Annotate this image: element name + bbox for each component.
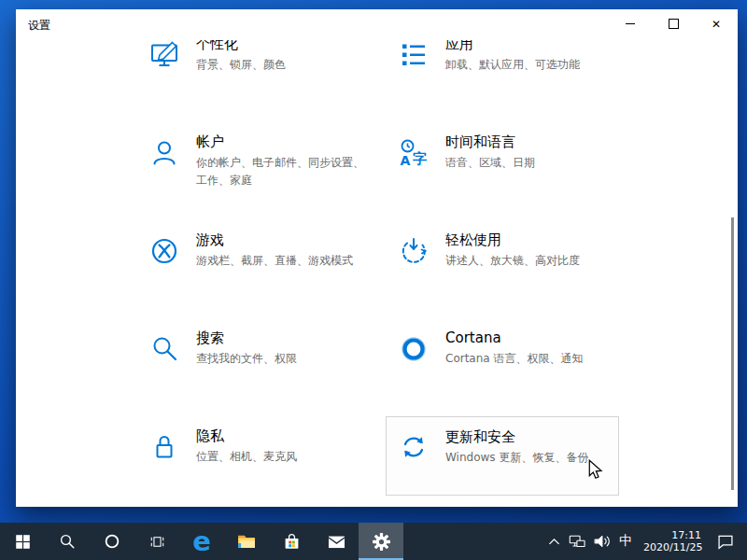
tile-title: Cortana (445, 328, 615, 348)
system-tray: 中 17:11 2020/11/25 (543, 523, 741, 560)
search-icon (149, 334, 179, 364)
mail-icon (327, 532, 346, 552)
tile-ease-of-access[interactable]: 轻松使用 讲述人、放大镜、高对比度 (386, 220, 619, 300)
taskbar: e (0, 523, 747, 560)
xbox-icon (149, 236, 179, 266)
tile-subtitle: 位置、相机、麦克风 (196, 448, 366, 466)
minimize-icon (626, 23, 635, 24)
tile-title: 个性化 (196, 40, 366, 54)
tile-subtitle: 查找我的文件、权限 (196, 350, 366, 368)
tile-title: 轻松使用 (445, 230, 615, 250)
lock-icon (149, 432, 179, 462)
windows-logo-icon (15, 534, 31, 550)
tile-subtitle: 游戏栏、截屏、直播、游戏模式 (196, 252, 366, 270)
maximize-button[interactable] (652, 9, 695, 38)
tile-cortana[interactable]: Cortana Cortana 语言、权限、通知 (386, 318, 619, 398)
network-tray-button[interactable] (565, 523, 590, 560)
tile-personalization[interactable]: 个性化 背景、锁屏、颜色 (136, 40, 370, 104)
settings-grid-viewport: 个性化 背景、锁屏、颜色 应用 卸载、默认应用、可选功能 帐户 (16, 40, 738, 507)
tile-time-language[interactable]: A 字 时间和语言 语音、区域、日期 (386, 122, 619, 202)
mouse-cursor (586, 459, 605, 480)
settings-button[interactable] (359, 523, 403, 560)
action-center-icon (717, 534, 734, 550)
clock-time: 17:11 (643, 529, 701, 541)
mail-button[interactable] (314, 523, 359, 560)
cortana-icon (104, 533, 120, 550)
tile-title: 更新和安全 (445, 427, 615, 447)
time-language-icon: A 字 (399, 138, 429, 168)
task-view-button[interactable] (134, 523, 179, 560)
tile-subtitle: 讲述人、放大镜、高对比度 (445, 252, 615, 270)
task-view-icon (148, 533, 166, 551)
window-title: 设置 (28, 18, 50, 34)
show-hidden-icons-button[interactable] (543, 523, 565, 560)
apps-icon (399, 40, 429, 70)
volume-tray-button[interactable] (590, 523, 614, 560)
accounts-icon (149, 138, 179, 168)
minimize-button[interactable] (609, 9, 652, 38)
tile-title: 游戏 (196, 230, 366, 250)
tile-apps[interactable]: 应用 卸载、默认应用、可选功能 (386, 40, 619, 104)
microsoft-store-icon (282, 532, 302, 552)
tile-title: 隐私 (196, 426, 366, 446)
network-icon (569, 534, 586, 550)
tile-update-security[interactable]: 更新和安全 Windows 更新、恢复、备份 (386, 416, 619, 496)
ime-indicator[interactable]: 中 (614, 523, 637, 560)
scrollbar-thumb[interactable] (731, 217, 734, 490)
maximize-icon (669, 19, 679, 29)
chevron-up-icon (548, 537, 560, 546)
start-button[interactable] (0, 523, 45, 560)
tile-subtitle: 语音、区域、日期 (445, 154, 615, 172)
speaker-icon (594, 534, 611, 549)
tile-title: 时间和语言 (445, 132, 615, 152)
action-center-button[interactable] (710, 523, 741, 560)
cortana-icon (399, 334, 429, 364)
clock-date: 2020/11/25 (643, 541, 701, 553)
tile-accounts[interactable]: 帐户 你的帐户、电子邮件、同步设置、工作、家庭 (136, 122, 370, 202)
search-icon (59, 533, 76, 550)
title-bar[interactable]: 设置 ✕ (16, 9, 738, 40)
tile-privacy[interactable]: 隐私 位置、相机、麦克风 (136, 416, 370, 496)
close-button[interactable]: ✕ (695, 9, 738, 38)
gear-icon (372, 532, 391, 552)
taskbar-cortana-button[interactable] (90, 523, 134, 560)
close-icon: ✕ (712, 19, 721, 30)
caption-buttons: ✕ (609, 9, 738, 38)
tile-subtitle: 卸载、默认应用、可选功能 (445, 56, 615, 74)
taskbar-search-button[interactable] (45, 523, 90, 560)
svg-text:字: 字 (413, 150, 427, 167)
ease-of-access-icon (399, 236, 429, 266)
settings-window: 设置 ✕ 个性化 背景、锁屏、颜色 (16, 9, 738, 507)
taskbar-clock[interactable]: 17:11 2020/11/25 (643, 529, 701, 553)
tile-subtitle: Cortana 语言、权限、通知 (445, 350, 615, 368)
sync-icon (399, 432, 429, 462)
file-explorer-button[interactable] (224, 523, 269, 560)
microsoft-store-button[interactable] (269, 523, 314, 560)
tile-subtitle: 背景、锁屏、颜色 (196, 56, 366, 74)
svg-text:A: A (401, 153, 411, 168)
microsoft-edge-button[interactable]: e (179, 523, 224, 560)
tile-title: 帐户 (196, 132, 366, 152)
file-explorer-icon (236, 531, 257, 552)
taskbar-buttons: e (0, 523, 403, 560)
tile-search[interactable]: 搜索 查找我的文件、权限 (136, 318, 370, 398)
edge-icon: e (192, 528, 211, 555)
tile-gaming[interactable]: 游戏 游戏栏、截屏、直播、游戏模式 (136, 220, 370, 300)
tile-title: 应用 (445, 40, 615, 54)
tile-subtitle: 你的帐户、电子邮件、同步设置、工作、家庭 (196, 154, 366, 189)
personalization-icon (149, 40, 179, 70)
tile-title: 搜索 (196, 328, 366, 348)
